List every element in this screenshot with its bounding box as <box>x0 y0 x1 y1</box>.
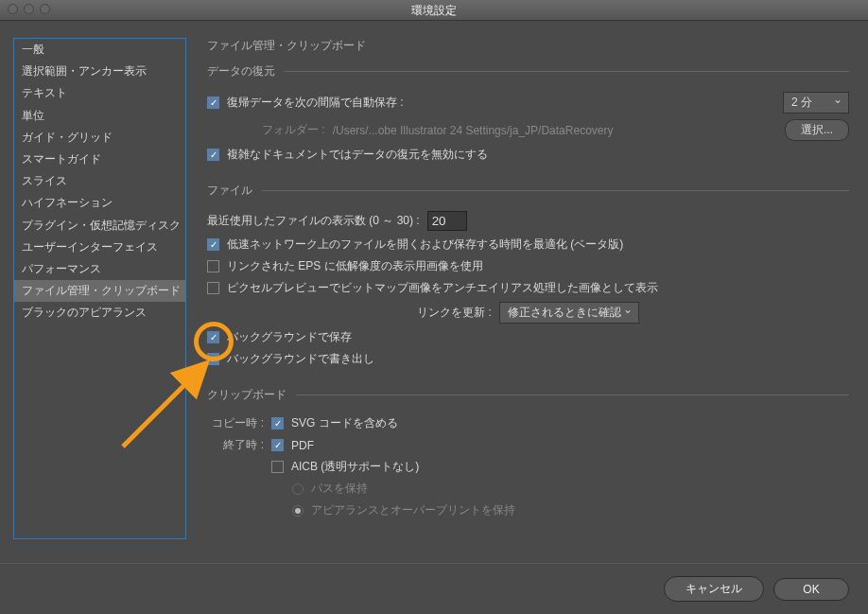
sidebar-item[interactable]: ハイフネーション <box>14 192 185 214</box>
aicb-checkbox[interactable] <box>271 461 284 473</box>
ok-button[interactable]: OK <box>773 578 849 601</box>
disable-complex-checkbox[interactable] <box>207 149 219 161</box>
svg-checkbox[interactable] <box>271 417 284 430</box>
titlebar: 環境設定 <box>0 0 868 21</box>
autosave-interval-select[interactable]: 2 分 <box>783 92 849 114</box>
window-title: 環境設定 <box>411 4 457 17</box>
close-icon[interactable] <box>8 4 18 14</box>
preserve-appearance-label: アピアランスとオーバープリントを保持 <box>311 502 515 518</box>
settings-panel: ファイル管理・クリップボード データの復元 復帰データを次の間隔で自動保存 : … <box>207 38 855 539</box>
autosave-label: 復帰データを次の間隔で自動保存 : <box>227 95 404 111</box>
disable-complex-label: 複雑なドキュメントではデータの復元を無効にする <box>227 147 488 163</box>
minimize-icon[interactable] <box>24 4 34 14</box>
zoom-icon[interactable] <box>40 4 50 14</box>
sidebar-item[interactable]: 一般 <box>14 39 185 61</box>
update-links-label: リンクを更新 : <box>417 305 492 321</box>
recovery-legend: データの復元 <box>207 63 285 79</box>
preserve-paths-label: パスを保持 <box>311 481 368 497</box>
pixel-preview-checkbox[interactable] <box>207 282 219 294</box>
sidebar-item[interactable]: ブラックのアピアランス <box>14 302 185 324</box>
quit-time-label: 終了時 : <box>207 437 264 453</box>
sidebar-item[interactable]: 単位 <box>14 105 185 127</box>
sidebar-item[interactable]: ユーザーインターフェイス <box>14 237 185 258</box>
copy-time-label: コピー時 : <box>207 415 264 431</box>
bg-save-checkbox[interactable] <box>207 331 219 343</box>
folder-label: フォルダー : <box>262 122 325 138</box>
recovery-section: データの復元 復帰データを次の間隔で自動保存 : 2 分 フォルダー : /Us… <box>207 63 849 166</box>
sidebar-item[interactable]: スマートガイド <box>14 149 185 170</box>
sidebar-item[interactable]: ガイド・グリッド <box>14 127 185 149</box>
panel-heading: ファイル管理・クリップボード <box>207 38 849 54</box>
bg-save-label: バックグラウンドで保存 <box>227 329 352 345</box>
aicb-label: AICB (透明サポートなし) <box>291 459 419 475</box>
sidebar-item[interactable]: プラグイン・仮想記憶ディスク <box>14 215 185 237</box>
eps-lowres-checkbox[interactable] <box>207 260 219 272</box>
pdf-label: PDF <box>291 439 314 452</box>
clipboard-legend: クリップボード <box>207 387 296 403</box>
recent-files-input[interactable] <box>427 211 467 231</box>
slow-network-checkbox[interactable] <box>207 238 219 251</box>
cancel-button[interactable]: キャンセル <box>664 576 764 602</box>
sidebar-item[interactable]: ファイル管理・クリップボード <box>14 280 185 302</box>
window-controls <box>8 4 50 14</box>
autosave-checkbox[interactable] <box>207 96 219 109</box>
svg-label: SVG コードを含める <box>291 415 398 431</box>
folder-path: /Users/...obe Illustrator 24 Settings/ja… <box>333 124 614 137</box>
dialog-buttons: キャンセル OK <box>0 563 868 614</box>
clipboard-section: クリップボード コピー時 : SVG コードを含める 終了時 : PDF AIC… <box>207 387 849 521</box>
bg-export-label: バックグラウンドで書き出し <box>227 351 374 367</box>
preserve-paths-radio <box>292 483 304 495</box>
eps-lowres-label: リンクされた EPS に低解像度の表示用画像を使用 <box>227 258 483 274</box>
sidebar-item[interactable]: 選択範囲・アンカー表示 <box>14 61 185 82</box>
bg-export-checkbox[interactable] <box>207 353 219 365</box>
update-links-select[interactable]: 修正されるときに確認 <box>499 302 639 324</box>
files-legend: ファイル <box>207 183 262 199</box>
slow-network-label: 低速ネットワーク上のファイルを開くおよび保存する時間を最適化 (ベータ版) <box>227 237 623 253</box>
recent-files-label: 最近使用したファイルの表示数 (0 ～ 30) : <box>207 213 420 229</box>
choose-folder-button[interactable]: 選択... <box>785 119 849 141</box>
category-sidebar: 一般選択範囲・アンカー表示テキスト単位ガイド・グリッドスマートガイドスライスハイ… <box>13 38 186 539</box>
preserve-appearance-radio <box>292 505 304 517</box>
pixel-preview-label: ピクセルプレビューでビットマップ画像をアンチエイリアス処理した画像として表示 <box>227 280 658 296</box>
pdf-checkbox[interactable] <box>271 439 284 451</box>
sidebar-item[interactable]: テキスト <box>14 82 185 104</box>
files-section: ファイル 最近使用したファイルの表示数 (0 ～ 30) : 低速ネットワーク上… <box>207 183 849 370</box>
sidebar-item[interactable]: パフォーマンス <box>14 258 185 280</box>
sidebar-item[interactable]: スライス <box>14 170 185 192</box>
